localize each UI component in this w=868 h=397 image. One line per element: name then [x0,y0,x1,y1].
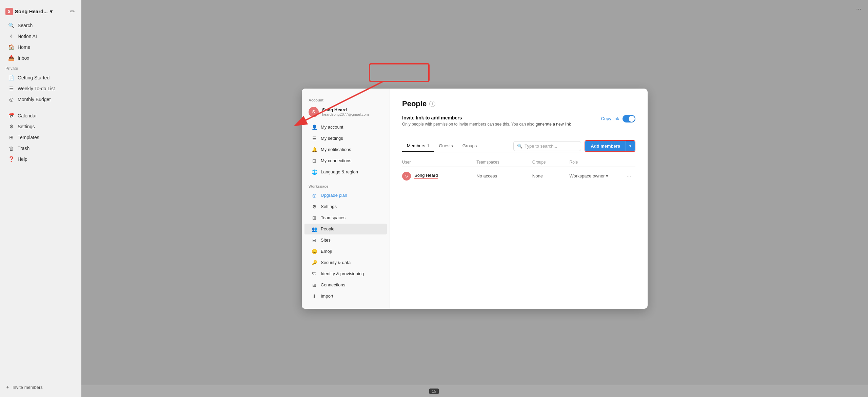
tab-members[interactable]: Members 1 [402,140,434,152]
nav-sites-label: Sites [321,238,331,243]
sidebar-item-templates[interactable]: ⊞ Templates [3,132,79,143]
invite-link-section: Invite link to add members Only people w… [402,115,635,132]
add-members-dropdown-arrow[interactable]: ▾ [626,141,635,151]
table-row: S Song Heard No access None Workspace ow… [402,168,635,184]
nav-teamspaces[interactable]: ⊞ Teamspaces [304,212,387,223]
role-cell[interactable]: Workspace owner ▾ [569,173,625,178]
calendar-label: Calendar [18,113,37,118]
nav-emoji[interactable]: 😊 Emoji [304,246,387,257]
member-underline-annotation [414,178,438,179]
nav-people[interactable]: 👥 People [304,224,387,234]
monthly-budget-label: Monthly Budget [18,97,51,102]
nav-import[interactable]: ⬇ Import [304,291,387,302]
user-avatar: S [309,107,319,117]
row-more-button[interactable]: ··· [625,172,635,181]
nav-sites[interactable]: ⊟ Sites [304,235,387,246]
nav-security-data[interactable]: 🔑 Security & data [304,257,387,268]
sidebar-bottom: ＋ Invite members [0,381,81,393]
members-table: User Teamspaces Groups Role ↓ S Song Hea… [402,158,635,184]
import-icon: ⬇ [311,293,317,299]
templates-label: Templates [18,135,39,140]
connections-icon: ⊡ [311,158,317,164]
workspace-chevron: ▾ [50,8,53,15]
sidebar-item-notion-ai[interactable]: ✧ Notion AI [3,31,79,41]
nav-workspace-settings-label: Settings [321,204,337,209]
copy-link-button[interactable]: Copy link [601,116,619,121]
sidebar-item-getting-started[interactable]: 📄 Getting Started [3,73,79,83]
modal-overlay: Account S Song Heard heardsong2077@gmail… [81,0,868,397]
connections-icon2: ⊞ [311,282,317,288]
sidebar-item-search[interactable]: 🔍 Search [3,20,79,31]
nav-identity-label: Identity & provisioning [321,271,364,276]
search-box[interactable]: 🔍 Type to search... [513,141,581,151]
sidebar-item-monthly-budget[interactable]: ◎ Monthly Budget [3,94,79,105]
sidebar-notion-ai-label: Notion AI [18,34,37,39]
invite-label: Invite members [13,385,43,390]
invite-link-toggle[interactable] [623,115,635,122]
nav-my-connections-label: My connections [321,158,351,163]
upgrade-icon: ◎ [311,192,317,198]
nav-my-account-label: My account [321,125,343,130]
tab-groups[interactable]: Groups [458,140,482,152]
nav-language-label: Language & region [321,169,358,174]
add-members-btn-container: Add members ▾ [585,140,635,152]
nav-teamspaces-label: Teamspaces [321,215,346,220]
security-icon: 🔑 [311,260,317,266]
nav-identity-provisioning[interactable]: 🛡 Identity & provisioning [304,268,387,279]
sidebar-item-home[interactable]: 🏠 Home [3,42,79,52]
nav-upgrade-plan[interactable]: ◎ Upgrade plan [304,190,387,201]
add-members-button[interactable]: Add members [585,141,626,151]
list-icon: ☰ [8,86,14,92]
nav-connections-label: Connections [321,282,345,287]
teamspaces-icon: ⊞ [311,215,317,221]
nav-my-settings[interactable]: ☰ My settings [304,133,387,144]
invite-members-btn[interactable]: ＋ Invite members [5,384,76,390]
sidebar-item-calendar[interactable]: 📅 Calendar [3,111,79,121]
sidebar-inbox-label: Inbox [18,55,29,61]
sidebar-item-trash[interactable]: 🗑 Trash [3,143,79,153]
user-name: Song Heard [322,107,369,112]
header-teamspaces: Teamspaces [476,160,532,165]
tab-guests[interactable]: Guests [434,140,458,152]
nav-upgrade-label: Upgrade plan [321,193,347,198]
sites-icon: ⊟ [311,237,317,243]
settings-icon: ⚙ [8,124,14,130]
account-section-label: Account [302,95,390,103]
calendar-icon: 📅 [8,113,14,119]
user-name-cell: Song Heard [414,173,438,179]
nav-my-connections[interactable]: ⊡ My connections [304,155,387,166]
role-text: Workspace owner [569,173,605,178]
account-icon: 👤 [311,124,317,130]
settings-label: Settings [18,124,35,129]
sidebar-item-inbox[interactable]: 📥 Inbox [3,53,79,63]
user-email: heardsong2077@gmail.com [322,112,369,116]
search-placeholder: Type to search... [525,144,557,149]
trash-icon: 🗑 [8,145,14,151]
sidebar-item-settings[interactable]: ⚙ Settings [3,121,79,132]
notion-ai-icon: ✧ [8,33,14,39]
nav-connections[interactable]: ⊞ Connections [304,280,387,290]
nav-workspace-settings[interactable]: ⚙ Settings [304,201,387,212]
new-page-icon[interactable]: ✏ [69,7,76,16]
settings-icon2: ☰ [311,135,317,141]
home-icon: 🏠 [8,44,14,50]
invite-link-heading: Invite link to add members [402,115,571,120]
sort-arrow-icon: ↓ [579,160,581,165]
sidebar-item-help[interactable]: ❓ Help [3,154,79,164]
nav-my-account[interactable]: 👤 My account [304,122,387,133]
nav-my-notifications-label: My notifications [321,147,351,152]
nav-language[interactable]: 🌐 Language & region [304,167,387,177]
members-tabs: Members 1 Guests Groups 🔍 Type to search… [402,140,635,152]
nav-import-label: Import [321,294,333,299]
sidebar-item-weekly-todo[interactable]: ☰ Weekly To-do List [3,83,79,94]
budget-icon: ◎ [8,96,14,102]
teamspaces-cell: No access [476,173,532,178]
nav-my-notifications[interactable]: 🔔 My notifications [304,144,387,155]
generate-new-link[interactable]: generate a new link [536,122,571,127]
help-label: Help [18,156,27,162]
nav-my-settings-label: My settings [321,136,343,141]
header-role[interactable]: Role ↓ [569,160,625,165]
info-icon[interactable]: i [429,101,435,107]
workspace-name[interactable]: S Song Heard... ▾ [5,8,53,15]
search-icon: 🔍 [8,22,14,29]
